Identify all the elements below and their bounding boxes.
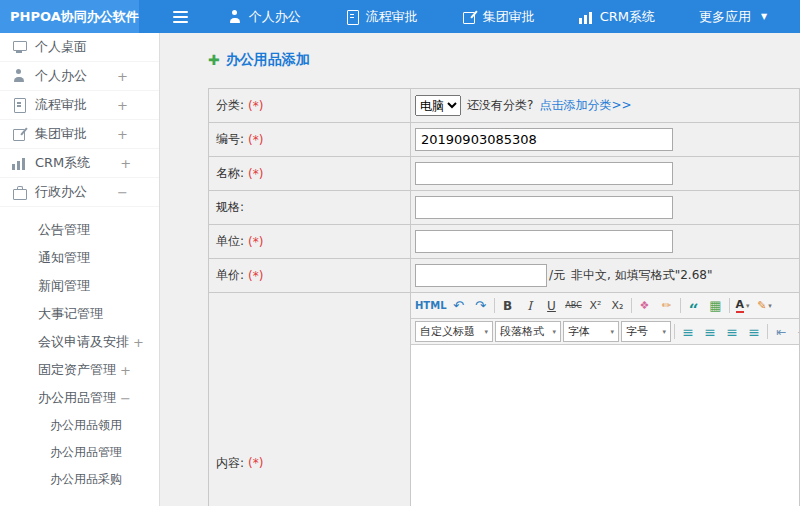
source-code-button[interactable]: HTML — [415, 296, 447, 316]
person-icon — [12, 69, 26, 83]
name-input[interactable] — [415, 162, 673, 185]
app-window: PHPOA协同办公软件 个人办公 流程审批 集团审批 CRM系统 更多应用 ▼ — [0, 0, 800, 506]
sidebar-item-label: 集团审批 — [35, 125, 87, 143]
insert-image-button[interactable]: ▦ — [706, 296, 726, 316]
edit-icon — [462, 10, 476, 24]
price-unit: /元 — [549, 267, 565, 284]
undo-button[interactable]: ↶ — [449, 296, 469, 316]
outdent-button[interactable]: ⇤ — [771, 322, 791, 342]
redo-button[interactable]: ↷ — [471, 296, 491, 316]
spec-input[interactable] — [415, 196, 673, 219]
menu-icon[interactable] — [173, 8, 188, 26]
category-hint: 还没有分类? — [467, 97, 533, 114]
form-row-number: 编号: (*) — [209, 123, 799, 157]
nav-more-apps[interactable]: 更多应用 ▼ — [689, 0, 777, 33]
sidebar-item-workflow-approval[interactable]: 流程审批 + — [0, 91, 159, 120]
dropdown-label: 自定义标题 — [420, 324, 475, 339]
field-value — [411, 123, 799, 156]
font-family-dropdown[interactable]: 字体 ▾ — [563, 321, 619, 342]
nav-group-approval[interactable]: 集团审批 — [452, 0, 545, 33]
sidebar-item-memorabilia-mgmt[interactable]: 大事记管理 — [0, 300, 159, 328]
unit-input[interactable] — [415, 230, 673, 253]
nav-label: 个人办公 — [249, 8, 301, 26]
nav-crm-system[interactable]: CRM系统 — [569, 0, 665, 33]
sidebar-item-label: 办公用品管理 — [38, 389, 116, 407]
sidebar-item-admin-office[interactable]: 行政办公 − — [0, 178, 159, 207]
editor-toolbar-row1: HTML ↶ ↷ B I U ABC X² X₂ ❖ ✏ — [411, 293, 799, 319]
required-mark: (*) — [248, 167, 263, 181]
form-row-spec: 规格: — [209, 191, 799, 225]
sidebar-item-notice-mgmt[interactable]: 通知管理 — [0, 244, 159, 272]
sidebar-item-announcement-mgmt[interactable]: 公告管理 — [0, 216, 159, 244]
required-mark: (*) — [248, 133, 263, 147]
indent-button[interactable]: ⇥ — [793, 322, 799, 342]
bold-button[interactable]: B — [498, 296, 518, 316]
sidebar-item-label: 会议申请及安排 — [38, 333, 129, 351]
expand-plus: + — [133, 335, 144, 350]
sidebar-item-supplies-purchase[interactable]: 办公用品采购 — [0, 466, 159, 493]
add-category-link[interactable]: 点击添加分类>> — [539, 97, 631, 114]
required-mark: (*) — [248, 456, 263, 470]
category-select[interactable]: 电脑 — [415, 95, 461, 116]
remove-format-button[interactable]: ❖ — [635, 296, 655, 316]
field-value — [411, 225, 799, 258]
sidebar-item-label: CRM系统 — [35, 154, 90, 172]
font-color-glyph: A — [736, 299, 745, 313]
subscript-button[interactable]: X₂ — [608, 296, 628, 316]
sidebar-item-desktop[interactable]: 个人桌面 — [0, 33, 159, 62]
editor-toolbar-row2: 自定义标题 ▾ 段落格式 ▾ 字体 ▾ — [411, 319, 799, 345]
form-row-price: 单价: (*) /元 非中文, 如填写格式"2.68" — [209, 259, 799, 293]
field-value: HTML ↶ ↷ B I U ABC X² X₂ ❖ ✏ — [411, 293, 799, 506]
editor-content-area[interactable] — [411, 345, 799, 506]
align-left-button[interactable]: ≡ — [678, 322, 698, 342]
align-center-button[interactable]: ≡ — [700, 322, 720, 342]
form-row-unit: 单位: (*) — [209, 225, 799, 259]
underline-button[interactable]: U — [542, 296, 562, 316]
caret-down-icon: ▾ — [746, 302, 750, 310]
sidebar-item-label: 通知管理 — [38, 249, 90, 267]
custom-title-dropdown[interactable]: 自定义标题 ▾ — [415, 321, 493, 342]
field-label: 编号: (*) — [209, 123, 411, 156]
sidebar-item-supplies-manage[interactable]: 办公用品管理 — [0, 439, 159, 466]
workflow-icon — [12, 98, 26, 112]
highlight-glyph: ✎ — [757, 299, 766, 312]
caret-down-icon: ▾ — [552, 328, 556, 336]
sidebar-item-fixed-assets-mgmt[interactable]: 固定资产管理 + — [0, 356, 159, 384]
dropdown-label: 段落格式 — [500, 324, 544, 339]
align-justify-button[interactable]: ≡ — [744, 322, 764, 342]
dropdown-label: 字体 — [568, 324, 590, 339]
sidebar-item-crm-system[interactable]: CRM系统 + — [0, 149, 159, 178]
toolbar-separator — [680, 298, 681, 313]
font-size-dropdown[interactable]: 字号 ▾ — [621, 321, 671, 342]
italic-button[interactable]: I — [520, 296, 540, 316]
sidebar-item-supplies-claim[interactable]: 办公用品领用 — [0, 412, 159, 439]
toolbar-separator — [729, 298, 730, 313]
format-brush-button[interactable]: ✏ — [657, 296, 677, 316]
sidebar-item-news-mgmt[interactable]: 新闻管理 — [0, 272, 159, 300]
form-row-content: 内容: (*) HTML ↶ ↷ B I U ABC — [209, 293, 799, 506]
nav-workflow-approval[interactable]: 流程审批 — [335, 0, 428, 33]
sidebar-item-personal-office[interactable]: 个人办公 + — [0, 62, 159, 91]
sidebar-item-label: 公告管理 — [38, 221, 90, 239]
blockquote-button[interactable]: “ — [684, 296, 704, 316]
superscript-button[interactable]: X² — [586, 296, 606, 316]
expand-minus: − — [117, 185, 128, 200]
paragraph-format-dropdown[interactable]: 段落格式 ▾ — [495, 321, 561, 342]
align-right-button[interactable]: ≡ — [722, 322, 742, 342]
font-color-button[interactable]: A ▾ — [733, 296, 753, 316]
price-format-hint: 非中文, 如填写格式"2.68" — [571, 267, 712, 284]
toolbar-separator — [674, 324, 675, 339]
sidebar-item-office-supplies-mgmt[interactable]: 办公用品管理 − — [0, 384, 159, 412]
required-mark: (*) — [248, 99, 263, 113]
app-logo[interactable]: PHPOA协同办公软件 — [0, 0, 139, 33]
nav-personal-office[interactable]: 个人办公 — [218, 0, 311, 33]
label-text: 规格: — [216, 199, 244, 216]
strikethrough-button[interactable]: ABC — [564, 296, 584, 316]
number-input[interactable] — [415, 128, 673, 151]
highlight-button[interactable]: ✎ ▾ — [755, 296, 775, 316]
price-input[interactable] — [415, 264, 547, 287]
sidebar-item-group-approval[interactable]: 集团审批 + — [0, 120, 159, 149]
sidebar-item-meeting-request[interactable]: 会议申请及安排 + — [0, 328, 159, 356]
label-text: 内容: — [216, 455, 244, 472]
dropdown-label: 字号 — [626, 324, 648, 339]
